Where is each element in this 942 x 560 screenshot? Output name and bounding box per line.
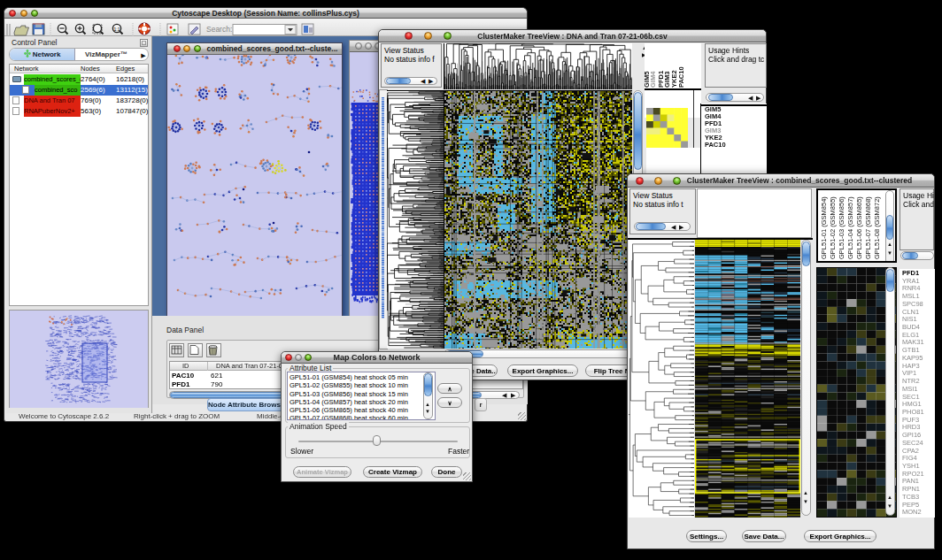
svg-text:Search:: Search: [206, 25, 232, 34]
svg-text:1:1: 1:1 [114, 27, 120, 32]
